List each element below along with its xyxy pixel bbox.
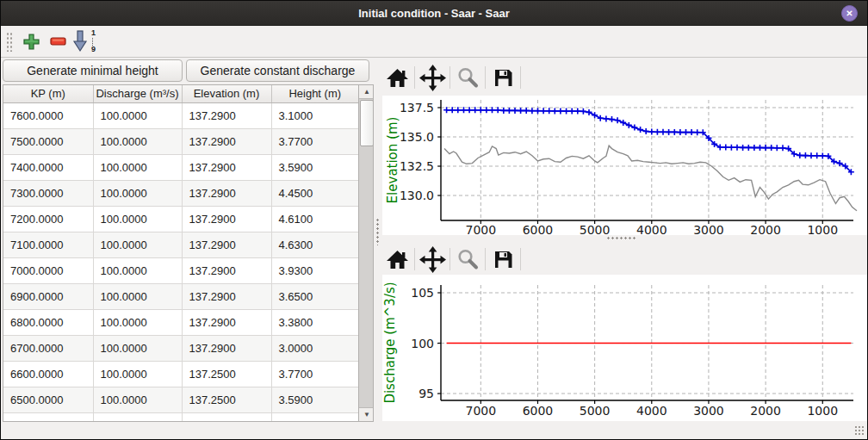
table-row: 6600.0000100.0000137.25003.7700 [3,361,358,387]
table-cell[interactable]: 7500.0000 [3,128,93,154]
table-cell[interactable]: 137.2900 [182,232,271,257]
table-cell[interactable]: 4.6300 [271,232,358,257]
table-cell[interactable]: 100.0000 [93,309,182,335]
save-button[interactable] [488,245,518,273]
table-row: 7500.0000100.0000137.29003.7700 [3,128,358,154]
x-tick-label: 3000 [693,404,724,418]
table-row: 6800.0000100.0000137.29003.3800 [3,309,358,335]
zoom-button[interactable] [453,64,482,91]
table-cell[interactable]: 100.0000 [93,361,182,387]
table-cell[interactable]: 7600.0000 [3,102,93,128]
y-tick-label: 137.5 [400,101,434,115]
pan-button[interactable] [418,245,447,273]
x-tick-label: 5000 [580,404,611,418]
table-cell[interactable]: 3.1000 [271,102,358,128]
table-cell[interactable]: 3.6500 [271,283,358,309]
x-tick-label: 1000 [807,404,838,418]
table-row: 6500.0000100.0000137.25003.5900 [3,387,358,412]
add-row-button[interactable] [19,28,43,54]
table-row: 7200.0000100.0000137.29004.6100 [3,206,358,232]
table-cell[interactable]: 100.0000 [93,387,182,412]
pan-icon [419,246,446,273]
pan-button[interactable] [418,64,447,91]
discharge-plot-canvas[interactable]: 700060005000400030002000100010510095Disc… [382,275,867,421]
x-tick-label: 2000 [750,404,781,418]
table-cell[interactable]: 137.2900 [182,283,271,309]
home-button[interactable] [382,64,412,91]
plus-icon [22,33,40,51]
table-cell[interactable]: 3.3800 [271,309,358,335]
table-cell[interactable]: 137.2900 [182,206,271,232]
table-cell[interactable]: 100.0000 [93,335,182,361]
initial-condition-dialog: Initial condition - Saar - Saar ✕ [0,0,868,440]
table-cell[interactable]: 137.2900 [182,128,271,154]
generate-constant-discharge-button[interactable]: Generate constant discharge [186,59,369,82]
scrollbar-up-button[interactable]: ▲ [359,85,374,99]
zoom-button[interactable] [453,245,482,273]
table-cell[interactable]: 137.2900 [182,180,271,206]
table-cell[interactable]: 100.0000 [93,206,182,232]
table-cell[interactable]: 100.0000 [93,232,182,257]
table-cell[interactable]: 7000.0000 [3,257,93,283]
x-tick-label: 4000 [636,404,667,418]
titlebar: Initial condition - Saar - Saar ✕ [1,1,867,26]
table-cell[interactable]: 137.2500 [182,387,271,412]
table-scrollbar[interactable]: ▲ ▼ [358,85,373,421]
table-cell[interactable]: 100.0000 [93,180,182,206]
scrollbar-thumb[interactable] [360,100,374,146]
table-cell[interactable]: 4.6100 [271,206,358,232]
table-cell[interactable]: 100.0000 [93,128,182,154]
toolbar-separator [450,248,450,270]
table-cell[interactable]: 100.0000 [93,283,182,309]
table-cell[interactable]: 137.2900 [182,335,271,361]
table-cell[interactable]: 6500.0000 [3,387,93,412]
table-cell[interactable]: 7400.0000 [3,154,93,180]
save-button[interactable] [488,64,518,91]
y-tick-label: 105 [411,286,434,300]
table-cell[interactable]: 7200.0000 [3,206,93,232]
table-cell[interactable]: 6600.0000 [3,361,93,387]
generate-minimal-height-button[interactable]: Generate minimal height [3,59,183,82]
table-cell[interactable]: 137.2900 [182,102,271,128]
elevation-plot-canvas[interactable]: 7000600050004000300020001000137.5135.013… [382,96,867,235]
table-cell[interactable]: 6900.0000 [3,283,93,309]
table-cell[interactable]: 3.0000 [271,335,358,361]
table-cell[interactable]: 3.5900 [271,154,358,180]
table-cell[interactable]: 3.7700 [271,361,358,387]
table-cell[interactable]: 3.5900 [271,387,358,412]
table-cell[interactable]: 3.7700 [271,128,358,154]
window-resize-grip[interactable] [854,425,865,437]
vertical-splitter-handle[interactable] [375,218,381,245]
data-table: KP (m)Discharge (m³/s)Elevation (m)Heigh… [3,85,358,421]
table-cell[interactable]: 7300.0000 [3,180,93,206]
table-cell[interactable]: 137.2900 [182,309,271,335]
table-cell[interactable]: 6700.0000 [3,335,93,361]
column-header[interactable]: KP (m) [3,85,93,102]
table-cell[interactable]: 137.2500 [182,361,271,387]
column-header[interactable]: Height (m) [271,85,358,102]
column-header[interactable]: Discharge (m³/s) [93,85,182,102]
sort-button[interactable]: 1 9 [72,28,96,54]
home-icon [386,67,409,89]
table-cell[interactable]: 137.2900 [182,257,271,283]
x-tick-label: 2000 [750,223,781,235]
table-cell[interactable]: 6800.0000 [3,309,93,335]
table-cell[interactable]: 100.0000 [93,102,182,128]
elevation-chart[interactable]: 7000600050004000300020001000137.5135.013… [382,96,867,235]
scrollbar-down-button[interactable]: ▼ [359,407,374,421]
table-cell[interactable]: 100.0000 [93,257,182,283]
table-cell[interactable]: 7100.0000 [3,232,93,257]
column-header[interactable]: Elevation (m) [182,85,271,102]
table-row: 7600.0000100.0000137.29003.1000 [3,102,358,128]
table-cell[interactable]: 137.2900 [182,154,271,180]
table-cell[interactable]: 3.9300 [271,257,358,283]
close-button[interactable]: ✕ [841,5,858,22]
remove-row-button[interactable] [46,28,70,54]
home-button[interactable] [382,245,412,273]
table-cell[interactable]: 4.4500 [271,180,358,206]
toolbar-drag-handle[interactable] [5,31,12,52]
table-cell[interactable]: 100.0000 [93,154,182,180]
y-tick-label: 130.0 [400,189,434,202]
discharge-chart[interactable]: 700060005000400030002000100010510095Disc… [382,275,867,421]
horizontal-splitter-handle[interactable] [606,236,636,241]
